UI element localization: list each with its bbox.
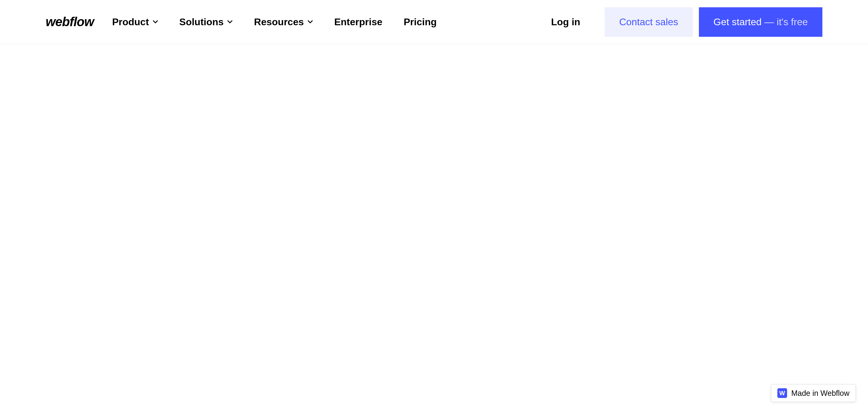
nav-product[interactable]: Product <box>112 17 158 28</box>
panel-tabs <box>395 94 540 95</box>
effects-tab[interactable] <box>504 94 540 95</box>
style-tab[interactable] <box>395 94 432 95</box>
login-link[interactable]: Log in <box>551 17 580 28</box>
device-tablet-button[interactable] <box>24 94 48 95</box>
nav-solutions-label: Solutions <box>180 17 224 28</box>
settings-tab[interactable] <box>432 94 468 95</box>
nav-pricing-label: Pricing <box>404 17 436 28</box>
nav-links: Product Solutions Resources Enterprise P… <box>112 17 437 28</box>
logo[interactable]: webflow <box>45 14 94 29</box>
nav-right: Log in Contact sales Get started — it's … <box>551 7 823 37</box>
chevron-down-icon <box>308 19 313 25</box>
nav-resources[interactable]: Resources <box>254 17 313 28</box>
device-group <box>0 94 95 95</box>
nav-enterprise[interactable]: Enterprise <box>334 17 382 28</box>
redo-button[interactable] <box>294 94 311 95</box>
chevron-down-icon <box>153 19 158 25</box>
contact-sales-button[interactable]: Contact sales <box>604 7 693 37</box>
get-started-button[interactable]: Get started — it's free <box>699 7 823 37</box>
nav-solutions[interactable]: Solutions <box>180 17 233 28</box>
nav-enterprise-label: Enterprise <box>334 17 382 28</box>
chevron-down-icon <box>227 19 232 25</box>
get-started-label: Get started <box>713 17 762 27</box>
interactions-tab[interactable] <box>468 94 504 95</box>
nav-pricing[interactable]: Pricing <box>404 17 436 28</box>
top-nav: webflow Product Solutions Resources Ente… <box>0 0 868 44</box>
device-desktop-button[interactable] <box>0 94 24 95</box>
code-toggle-button[interactable] <box>328 94 345 95</box>
device-tablet-landscape-button[interactable] <box>48 94 71 95</box>
status-ok-icon <box>311 94 328 95</box>
get-started-free: — it's free <box>762 17 808 27</box>
nav-resources-label: Resources <box>254 17 304 28</box>
undo-button[interactable] <box>277 94 294 95</box>
nav-product-label: Product <box>112 17 149 28</box>
device-mobile-button[interactable] <box>71 94 95 95</box>
